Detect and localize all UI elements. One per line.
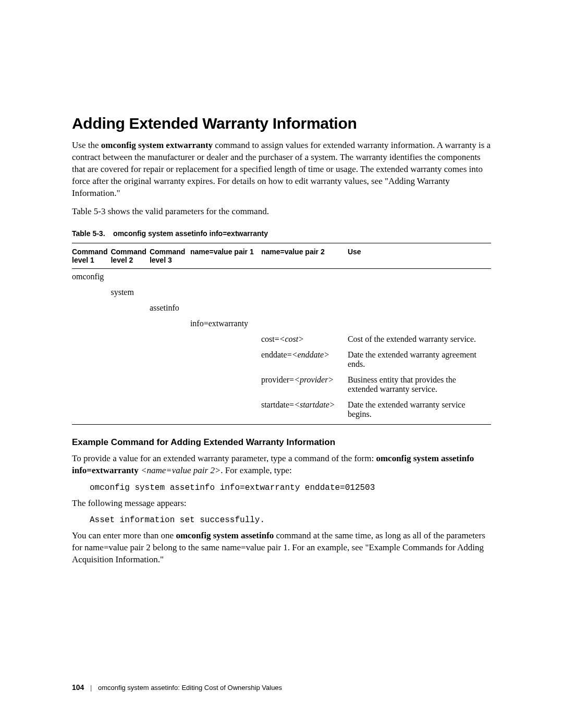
page-title: Adding Extended Warranty Information [72, 115, 491, 132]
table-header-row: Command level 1 Command level 2 Command … [72, 243, 491, 268]
table-row: cost=<cost> Cost of the extended warrant… [72, 331, 491, 347]
code-example-1: omconfig system assetinfo info=extwarran… [90, 483, 491, 492]
closing-paragraph: You can enter more than one omconfig sys… [72, 530, 491, 566]
cell-use: Date the extended warranty agreement end… [348, 347, 491, 372]
pair2-key: startdate= [261, 400, 294, 409]
th-text: Command [111, 248, 146, 256]
table-row: omconfig [72, 268, 491, 285]
footer-separator: | [90, 684, 92, 692]
page-content: Adding Extended Warranty Information Use… [0, 0, 563, 728]
cell-pair2: cost=<cost> [261, 331, 348, 347]
table-caption-title: omconfig system assetinfo info=extwarran… [113, 229, 268, 238]
closing-cmd: omconfig system assetinfo [176, 530, 274, 540]
pair2-value-placeholder: <startdate> [294, 400, 335, 409]
table-row: enddate=<enddate> Date the extended warr… [72, 347, 491, 372]
th-command-level2: Command level 2 [111, 243, 149, 268]
pair2-value-placeholder: <provider> [294, 375, 334, 384]
cell-pair2: startdate=<startdate> [261, 397, 348, 425]
th-text: level 3 [150, 256, 172, 264]
page-footer: 104 | omconfig system assetinfo: Editing… [72, 683, 282, 692]
table-row: assetinfo [72, 300, 491, 316]
th-text: Command [72, 248, 107, 256]
example-intro-pair: <name=value pair 2> [141, 465, 221, 475]
cell-use: Business entity that provides the extend… [348, 372, 491, 397]
cell-pair2: enddate=<enddate> [261, 347, 348, 372]
table-row: provider=<provider> Business entity that… [72, 372, 491, 397]
table-row: system [72, 285, 491, 300]
example-intro-a: To provide a value for an extended warra… [72, 453, 374, 463]
pair2-key: enddate= [261, 350, 292, 359]
th-pair2: name=value pair 2 [261, 243, 348, 268]
page-number: 104 [72, 683, 84, 692]
pair2-key: provider= [261, 375, 294, 384]
th-text: level 2 [111, 256, 133, 264]
code-example-2: Asset information set successfully. [90, 515, 491, 525]
table-caption: Table 5-3. omconfig system assetinfo inf… [72, 229, 491, 238]
th-command-level3: Command level 3 [150, 243, 190, 268]
cell-level2: system [111, 285, 149, 300]
example-intro-paragraph: To provide a value for an extended warra… [72, 453, 491, 477]
cell-pair2: provider=<provider> [261, 372, 348, 397]
table-row: info=extwarranty [72, 316, 491, 331]
table-reference-text: Table 5-3 shows the valid parameters for… [72, 206, 491, 218]
table-row: startdate=<startdate> Date the extended … [72, 397, 491, 425]
cell-level3: assetinfo [150, 300, 190, 316]
table-caption-prefix: Table 5-3. [72, 229, 105, 238]
message-intro: The following message appears: [72, 498, 491, 510]
th-text: level 1 [72, 256, 94, 264]
intro-paragraph: Use the omconfig system extwarranty comm… [72, 140, 491, 200]
closing-a: You can enter more than one [72, 530, 174, 540]
footer-title: omconfig system assetinfo: Editing Cost … [98, 684, 282, 692]
th-text: Command [150, 248, 185, 256]
example-intro-d: . For example, type: [221, 465, 291, 475]
cell-level1: omconfig [72, 268, 111, 285]
parameters-table: Command level 1 Command level 2 Command … [72, 243, 491, 425]
pair2-key: cost= [261, 335, 279, 343]
intro-command: omconfig system extwarranty [101, 140, 213, 150]
intro-prefix: Use the [72, 140, 99, 150]
cell-pair1: info=extwarranty [190, 316, 261, 331]
example-subheading: Example Command for Adding Extended Warr… [72, 437, 491, 448]
cell-use: Cost of the extended warranty service. [348, 331, 491, 347]
pair2-value-placeholder: <cost> [279, 335, 304, 343]
th-pair1: name=value pair 1 [190, 243, 261, 268]
cell-use: Date the extended warranty service begin… [348, 397, 491, 425]
th-use: Use [348, 243, 491, 268]
pair2-value-placeholder: <enddate> [292, 350, 329, 359]
th-command-level1: Command level 1 [72, 243, 111, 268]
